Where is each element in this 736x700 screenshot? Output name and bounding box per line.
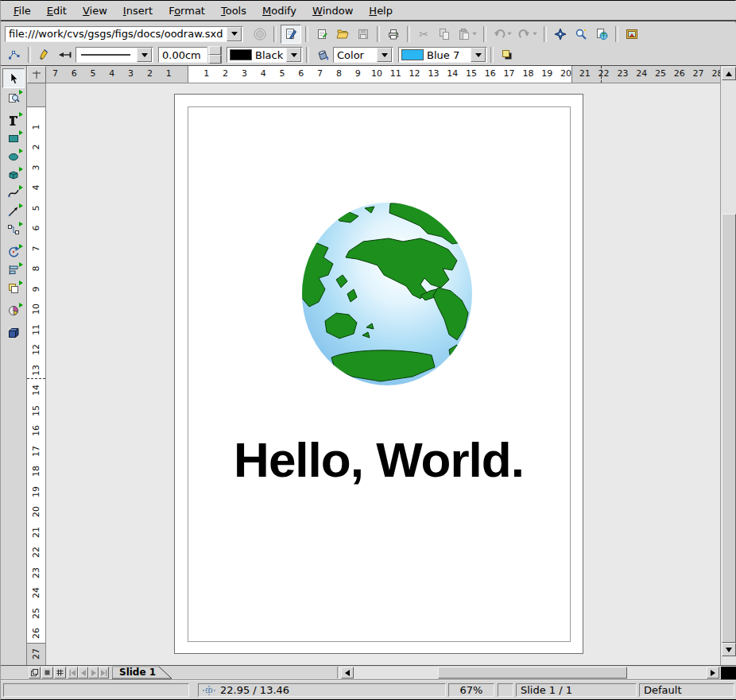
line-color-dropdown-button[interactable] (286, 48, 301, 62)
open-button[interactable] (333, 25, 352, 43)
fill-style-select[interactable]: Color (333, 47, 393, 63)
menu-item-edit[interactable]: Edit (39, 3, 75, 18)
flyout-triangle-icon (19, 167, 23, 172)
last-slide-button[interactable] (99, 667, 109, 679)
line-width-field[interactable]: 0.00cm (158, 47, 207, 63)
redo-button[interactable] (516, 25, 540, 43)
function-toolbar: ✂ (1, 23, 736, 44)
navigator-button[interactable] (551, 25, 570, 43)
menu-item-help[interactable]: Help (361, 3, 401, 18)
first-slide-button[interactable] (68, 667, 78, 679)
line-style-select[interactable] (76, 47, 153, 63)
line-color-select[interactable]: Black (227, 47, 303, 63)
line-width-up-button[interactable] (208, 46, 222, 55)
menu-item-format[interactable]: Format (161, 3, 213, 18)
zoom-button[interactable] (571, 25, 591, 43)
horizontal-scrollbar[interactable] (354, 667, 707, 679)
text-tool-button[interactable] (3, 110, 24, 129)
ruler-tick-label: 21 (31, 527, 41, 538)
horizontal-scroll-thumb[interactable] (438, 667, 627, 679)
next-slide-button[interactable] (88, 667, 99, 679)
undo-button[interactable] (490, 25, 514, 43)
menu-bar: FileEditViewInsertFormatToolsModifyWindo… (1, 1, 736, 21)
vertical-ruler[interactable]: 1234567891011121314151617181920212223242… (27, 83, 46, 665)
ruler-origin-button[interactable] (27, 66, 46, 83)
layer-mode-button[interactable] (29, 667, 41, 679)
globe-image[interactable] (301, 202, 473, 386)
url-input[interactable] (6, 28, 227, 40)
previous-slide-button[interactable] (78, 667, 88, 679)
curve-tool-button[interactable] (3, 184, 24, 202)
3d-objects-tool-button[interactable] (3, 165, 24, 184)
connector-tool-button[interactable] (3, 220, 24, 238)
scroll-down-button[interactable] (722, 643, 736, 656)
stop-button[interactable] (250, 25, 269, 43)
menu-item-window[interactable]: Window (304, 3, 361, 18)
rotate-tool-button[interactable] (3, 242, 24, 261)
status-zoom-field[interactable]: 67% (448, 683, 494, 697)
3d-controller-tool-button[interactable] (3, 323, 24, 342)
rectangle-tool-button[interactable] (3, 129, 24, 147)
horizontal-ruler[interactable]: 7654321123456789101112131415161718192021… (46, 66, 720, 83)
slide-mode-button[interactable] (41, 667, 53, 679)
new-document-button[interactable] (312, 25, 331, 43)
slide-page[interactable]: Hello, World. (174, 94, 583, 654)
fill-color-select[interactable]: Blue 7 (398, 47, 487, 63)
insert-tool-button[interactable] (3, 301, 24, 319)
fill-button[interactable] (313, 46, 332, 64)
line-width-down-button[interactable] (208, 55, 222, 64)
first-icon (69, 670, 76, 676)
print-button[interactable] (384, 25, 403, 43)
edit-points-button[interactable] (5, 46, 24, 64)
menu-item-tools[interactable]: Tools (213, 3, 254, 18)
arrow-ends-icon (58, 48, 72, 61)
status-style-field[interactable]: Default (639, 683, 734, 697)
menu-item-view[interactable]: View (75, 3, 115, 18)
scroll-right-button[interactable] (707, 667, 719, 679)
copy-button[interactable] (435, 25, 454, 43)
cut-button[interactable]: ✂ (414, 25, 433, 43)
drawing-canvas[interactable]: Hello, World. (46, 83, 720, 665)
zoom-tool-button[interactable] (3, 88, 24, 106)
line-style-dropdown-button[interactable] (137, 48, 152, 62)
alignment-tool-button[interactable] (3, 261, 24, 279)
line-button[interactable] (35, 46, 54, 64)
separator (490, 47, 494, 63)
flyout-triangle-icon (19, 244, 23, 249)
status-slide-field[interactable]: Slide 1 / 1 (516, 683, 637, 697)
save-button[interactable] (354, 25, 373, 43)
corner-resize-grip[interactable] (721, 667, 736, 679)
status-position-field[interactable]: 22.95 / 13.46 (198, 683, 446, 697)
select-tool-button[interactable] (2, 68, 25, 88)
menu-item-insert[interactable]: Insert (115, 3, 161, 18)
vertical-scrollbar[interactable] (720, 66, 736, 665)
shadow-button[interactable] (498, 46, 517, 64)
ruler-tick-label: 12 (31, 344, 41, 355)
slide-text[interactable]: Hello, World. (175, 431, 583, 488)
fill-color-dropdown-button[interactable] (471, 48, 486, 62)
tab-scrollbar-splitter[interactable] (337, 667, 340, 679)
lines-arrows-tool-button[interactable] (3, 202, 24, 220)
url-dropdown-button[interactable] (227, 27, 242, 41)
scroll-left-button[interactable] (341, 667, 354, 679)
paste-button[interactable] (455, 25, 479, 43)
edit-file-button[interactable] (281, 25, 301, 44)
hyperlink-button[interactable] (592, 25, 611, 43)
scroll-up-button[interactable] (722, 67, 736, 80)
arrange-tool-button[interactable] (3, 279, 24, 297)
ruler-tick-label: 11 (31, 324, 41, 335)
url-combobox[interactable] (5, 26, 243, 42)
ruler-tick-label: 14 (447, 68, 458, 79)
separator (407, 26, 410, 42)
menu-item-file[interactable]: File (6, 3, 39, 18)
ellipse-tool-button[interactable] (3, 147, 24, 165)
menu-item-modify[interactable]: Modify (254, 3, 304, 18)
fill-style-dropdown-button[interactable] (377, 48, 392, 62)
vertical-scroll-thumb[interactable] (722, 214, 736, 643)
tab-slide-1[interactable]: Slide 1 (112, 666, 174, 679)
ruler-tick-label: 1 (31, 124, 41, 130)
gallery-button[interactable] (622, 25, 641, 43)
status-modified-field (498, 683, 513, 697)
background-mode-button[interactable] (54, 667, 66, 679)
arrow-style-button[interactable] (56, 46, 75, 64)
